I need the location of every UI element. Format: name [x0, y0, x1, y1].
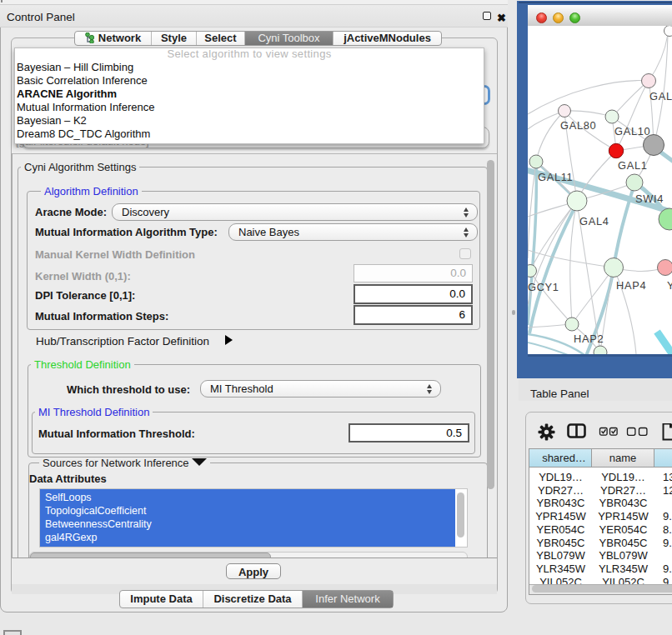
svg-text:GAL4: GAL4 [579, 215, 609, 228]
svg-text:GAL80: GAL80 [560, 119, 596, 132]
svg-text:GAL7: GAL7 [649, 90, 672, 102]
svg-text:YM: YM [667, 279, 672, 292]
svg-text:HAP2: HAP2 [574, 332, 604, 345]
svg-text:GAL11: GAL11 [538, 171, 573, 183]
svg-text:GCY1: GCY1 [528, 281, 559, 293]
svg-text:GAL10: GAL10 [614, 125, 650, 138]
svg-text:SWI4: SWI4 [635, 192, 664, 205]
svg-text:GAL1: GAL1 [618, 159, 648, 172]
svg-text:HAP4: HAP4 [616, 279, 646, 292]
